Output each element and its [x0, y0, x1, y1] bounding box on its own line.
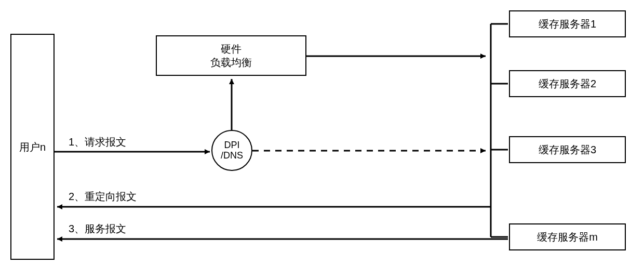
user-label: 用户n: [19, 140, 46, 154]
load-balancer-label: 硬件 负载均衡: [210, 42, 252, 69]
dpi-dns-node: DPI /DNS: [211, 130, 252, 171]
load-balancer-node: 硬件 负载均衡: [156, 35, 306, 76]
dpi-line2: /DNS: [221, 150, 243, 161]
dpi-label: DPI /DNS: [221, 140, 243, 161]
cache-server-3-label: 缓存服务器3: [539, 143, 596, 156]
user-node: 用户n: [10, 34, 55, 260]
cache-server-2-label: 缓存服务器2: [539, 77, 596, 90]
cache-server-m-label: 缓存服务器m: [537, 230, 598, 244]
cache-server-3: 缓存服务器3: [509, 136, 626, 163]
cache-server-1-label: 缓存服务器1: [539, 17, 596, 31]
lb-line1: 硬件: [221, 43, 242, 55]
flow-step-3-label: 3、服务报文: [68, 222, 127, 236]
lb-line2: 负载均衡: [210, 57, 252, 68]
flow-step-2-label: 2、重定向报文: [68, 190, 138, 204]
cache-server-1: 缓存服务器1: [509, 10, 626, 37]
flow-step-1-label: 1、请求报文: [68, 135, 127, 149]
cache-server-m: 缓存服务器m: [509, 223, 626, 250]
cache-server-2: 缓存服务器2: [509, 70, 626, 97]
dpi-line1: DPI: [224, 140, 239, 150]
